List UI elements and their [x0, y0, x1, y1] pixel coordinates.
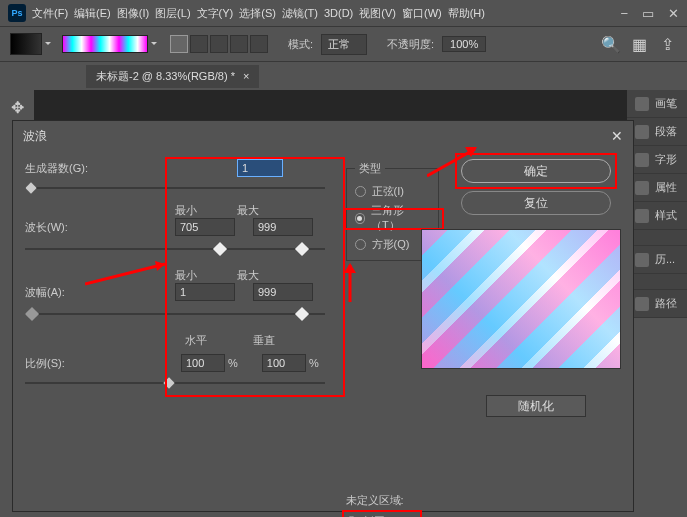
scale-v-input[interactable] — [262, 354, 306, 372]
menu-filter[interactable]: 滤镜(T) — [282, 6, 318, 21]
wave-dialog: 波浪 ✕ 生成器数(G): 最小 最大 波长(W): — [12, 120, 634, 512]
doc-tab[interactable]: 未标题-2 @ 8.33%(RGB/8) * × — [86, 65, 259, 88]
reset-button[interactable]: 复位 — [461, 191, 611, 215]
generators-input[interactable] — [237, 159, 283, 177]
menu-select[interactable]: 选择(S) — [239, 6, 276, 21]
amplitude-slider[interactable] — [25, 305, 325, 323]
generators-label: 生成器数(G): — [25, 161, 105, 176]
panel-properties[interactable]: 属性 — [627, 174, 687, 202]
undef-legend: 未定义区域: — [346, 493, 439, 508]
panel-paragraph[interactable]: 段落 — [627, 118, 687, 146]
vert-label: 垂直 — [253, 333, 275, 348]
svg-marker-3 — [344, 263, 356, 273]
paths-icon — [635, 297, 649, 311]
menu-image[interactable]: 图像(I) — [117, 6, 149, 21]
doc-tab-bar: 未标题-2 @ 8.33%(RGB/8) * × — [0, 62, 687, 90]
amplitude-label: 波幅(A): — [25, 285, 105, 300]
doc-tab-close-icon[interactable]: × — [243, 70, 249, 82]
properties-icon — [635, 181, 649, 195]
dialog-title: 波浪 — [23, 128, 47, 145]
window-close-icon[interactable]: ✕ — [668, 6, 679, 21]
scale-h-input[interactable] — [181, 354, 225, 372]
type-square[interactable]: 方形(Q) — [355, 235, 430, 254]
amplitude-min-input[interactable] — [175, 283, 235, 301]
window-minimize-icon[interactable]: − — [620, 6, 628, 21]
wavelength-slider[interactable] — [25, 240, 325, 258]
menu-edit[interactable]: 编辑(E) — [74, 6, 111, 21]
options-toolbar: 模式: 正常 不透明度: 🔍 ▦ ⇪ — [0, 26, 687, 62]
gradient-angle-icon[interactable] — [210, 35, 228, 53]
menu-window[interactable]: 窗口(W) — [402, 6, 442, 21]
opacity-label: 不透明度: — [387, 37, 434, 52]
glyph-icon — [635, 153, 649, 167]
gradient-type-group — [170, 35, 268, 53]
menu-type[interactable]: 文字(Y) — [197, 6, 234, 21]
brush-icon — [635, 97, 649, 111]
amplitude-max-input[interactable] — [253, 283, 313, 301]
ok-button[interactable]: 确定 — [461, 159, 611, 183]
max-label-2: 最大 — [237, 268, 259, 283]
max-label-1: 最大 — [237, 203, 259, 218]
opacity-input[interactable] — [442, 36, 486, 52]
undef-wrap[interactable]: 折回(R) — [346, 512, 439, 517]
menu-3d[interactable]: 3D(D) — [324, 7, 353, 19]
workspace-icon[interactable]: ▦ — [629, 34, 649, 54]
wavelength-min-input[interactable] — [175, 218, 235, 236]
window-restore-icon[interactable]: ▭ — [642, 6, 654, 21]
menu-view[interactable]: 视图(V) — [359, 6, 396, 21]
move-tool-icon[interactable]: ✥ — [6, 96, 28, 118]
dialog-right-column: 确定 复位 随机化 — [451, 159, 621, 503]
gradient-radial-icon[interactable] — [190, 35, 208, 53]
share-icon[interactable]: ⇪ — [657, 34, 677, 54]
panel-brushes[interactable]: 画笔 — [627, 90, 687, 118]
doc-tab-title: 未标题-2 @ 8.33%(RGB/8) * — [96, 69, 235, 84]
type-sine[interactable]: 正弦(I) — [355, 182, 430, 201]
type-triangle[interactable]: 三角形（T） — [355, 201, 430, 235]
dialog-left-column: 生成器数(G): 最小 最大 波长(W): — [25, 159, 334, 503]
horiz-label: 水平 — [185, 333, 207, 348]
mode-label: 模式: — [288, 37, 313, 52]
menu-file[interactable]: 文件(F) — [32, 6, 68, 21]
left-toolbox: ✥ — [0, 90, 34, 124]
right-panel-dock: 画笔 段落 字形 属性 样式 历... 路径 — [627, 90, 687, 318]
panel-sep — [627, 230, 687, 246]
min-label-2: 最小 — [175, 268, 197, 283]
wavelength-label: 波长(W): — [25, 220, 105, 235]
svg-marker-1 — [155, 261, 165, 271]
panel-glyphs[interactable]: 字形 — [627, 146, 687, 174]
panel-styles[interactable]: 样式 — [627, 202, 687, 230]
scale-slider[interactable] — [25, 376, 325, 390]
min-label-1: 最小 — [175, 203, 197, 218]
ps-logo: Ps — [8, 4, 26, 22]
scale-label: 比例(S): — [25, 356, 105, 371]
styles-icon — [635, 209, 649, 223]
mode-select[interactable]: 正常 — [321, 34, 367, 55]
svg-line-0 — [85, 264, 165, 284]
gradient-diamond-icon[interactable] — [250, 35, 268, 53]
generators-slider[interactable] — [25, 181, 325, 195]
panel-history[interactable]: 历... — [627, 246, 687, 274]
foreground-swatch[interactable] — [10, 33, 42, 55]
randomize-button[interactable]: 随机化 — [486, 395, 586, 417]
panel-sep2 — [627, 274, 687, 290]
type-legend: 类型 — [355, 161, 385, 176]
search-icon[interactable]: 🔍 — [601, 34, 621, 54]
gradient-preview[interactable] — [62, 35, 148, 53]
history-icon — [635, 253, 649, 267]
gradient-reflected-icon[interactable] — [230, 35, 248, 53]
panel-paths[interactable]: 路径 — [627, 290, 687, 318]
wavelength-max-input[interactable] — [253, 218, 313, 236]
canvas[interactable] — [34, 90, 627, 120]
menu-layer[interactable]: 图层(L) — [155, 6, 190, 21]
paragraph-icon — [635, 125, 649, 139]
gradient-linear-icon[interactable] — [170, 35, 188, 53]
menu-help[interactable]: 帮助(H) — [448, 6, 485, 21]
menubar: Ps 文件(F) 编辑(E) 图像(I) 图层(L) 文字(Y) 选择(S) 滤… — [0, 0, 687, 26]
dialog-close-icon[interactable]: ✕ — [611, 128, 623, 144]
wave-preview — [421, 229, 621, 369]
